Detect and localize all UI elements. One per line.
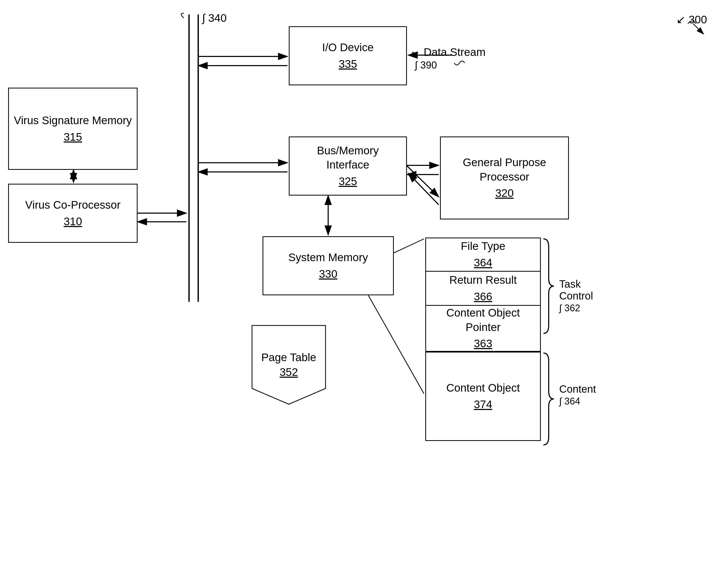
file-type-box: File Type 364 xyxy=(425,238,541,272)
content-object-ref: 374 xyxy=(474,397,492,412)
page-table-ref: 352 xyxy=(280,366,298,378)
content-object-pointer-ref: 363 xyxy=(474,336,492,351)
content-object-label: Content Object xyxy=(446,381,520,395)
system-memory-box: System Memory 330 xyxy=(263,236,394,295)
file-type-ref: 364 xyxy=(474,256,492,270)
task-control-label: TaskControl∫ 362 xyxy=(559,278,593,314)
virus-coprocessor-label: Virus Co-Processor xyxy=(25,198,121,212)
page-table-label: Page Table xyxy=(261,351,316,364)
virus-coprocessor-ref: 310 xyxy=(64,214,82,229)
bus-memory-interface-ref: 325 xyxy=(339,174,357,189)
task-control-text: TaskControl∫ 362 xyxy=(559,278,593,313)
figure-300-label: ↙ 300 xyxy=(676,13,707,26)
return-result-ref: 366 xyxy=(474,290,492,304)
svg-line-11 xyxy=(407,166,439,197)
virus-coprocessor-box: Virus Co-Processor 310 xyxy=(8,184,138,243)
file-type-label: File Type xyxy=(461,239,505,254)
bus-memory-interface-label: Bus/MemoryInterface xyxy=(317,144,379,172)
virus-signature-memory-ref: 315 xyxy=(64,130,82,144)
content-object-pointer-box: Content ObjectPointer 363 xyxy=(425,306,541,352)
bus-340-label: ∫ 340 xyxy=(202,12,227,24)
io-device-ref: 335 xyxy=(339,57,357,71)
content-object-pointer-label: Content ObjectPointer xyxy=(446,306,520,334)
general-purpose-processor-label: General PurposeProcessor xyxy=(463,155,546,184)
content-object-box: Content Object 374 xyxy=(425,352,541,441)
io-device-box: I/O Device 335 xyxy=(289,26,407,85)
virus-signature-memory-box: Virus Signature Memory 315 xyxy=(8,88,138,170)
data-stream-label: ← Data Stream ∫ 390 xyxy=(410,46,485,71)
svg-line-20 xyxy=(368,294,424,394)
general-purpose-processor-ref: 320 xyxy=(495,186,514,201)
page-table-label-area: Page Table 352 xyxy=(247,336,331,394)
bus-memory-interface-box: Bus/MemoryInterface 325 xyxy=(289,136,407,196)
virus-signature-memory-label: Virus Signature Memory xyxy=(14,113,132,128)
figure-300-ref: ↙ 300 xyxy=(676,13,707,26)
bus-340-hook: ∫ 340 xyxy=(202,12,227,24)
io-device-label: I/O Device xyxy=(322,40,374,55)
svg-line-12 xyxy=(408,173,439,205)
system-memory-ref: 330 xyxy=(319,267,337,281)
data-stream-squiggle: ∫ 390 xyxy=(415,60,437,71)
content-text: Content∫ 364 xyxy=(559,383,596,407)
general-purpose-processor-box: General PurposeProcessor 320 xyxy=(440,136,569,219)
system-memory-label: System Memory xyxy=(288,250,368,265)
return-result-label: Return Result xyxy=(449,273,517,287)
content-label: Content∫ 364 xyxy=(559,383,596,407)
data-stream-text: ← Data Stream xyxy=(410,46,485,58)
return-result-box: Return Result 366 xyxy=(425,272,541,306)
